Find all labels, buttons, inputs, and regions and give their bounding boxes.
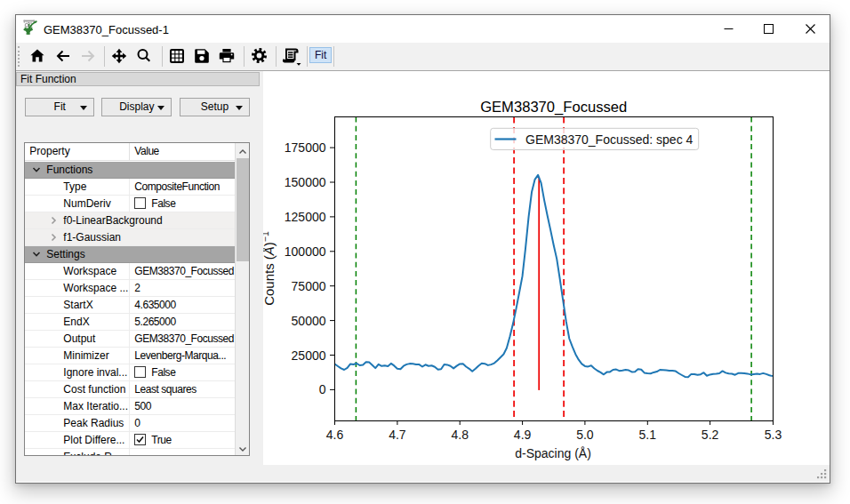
svg-text:100000: 100000 [285,244,326,259]
svg-text:175000: 175000 [285,140,326,155]
svg-text:4.6: 4.6 [326,428,344,442]
svg-text:Counts (Å)−1: Counts (Å)−1 [263,231,277,306]
svg-text:75000: 75000 [292,279,326,293]
svg-text:GEM38370_Focussed: GEM38370_Focussed [480,99,627,116]
svg-text:150000: 150000 [285,175,326,189]
svg-text:4.8: 4.8 [451,428,469,442]
svg-text:GEM38370_Focussed: spec 4: GEM38370_Focussed: spec 4 [525,132,694,147]
svg-text:5.3: 5.3 [765,428,782,442]
svg-text:5.2: 5.2 [702,428,719,442]
svg-text:4.7: 4.7 [389,428,406,442]
svg-text:125000: 125000 [285,210,326,224]
svg-text:50000: 50000 [292,314,326,328]
svg-text:5.0: 5.0 [576,428,594,442]
svg-text:d-Spacing (Å): d-Spacing (Å) [515,446,591,460]
svg-text:5.1: 5.1 [639,428,657,442]
svg-text:25000: 25000 [292,348,326,363]
svg-text:0: 0 [319,382,326,396]
svg-text:4.9: 4.9 [514,428,532,442]
